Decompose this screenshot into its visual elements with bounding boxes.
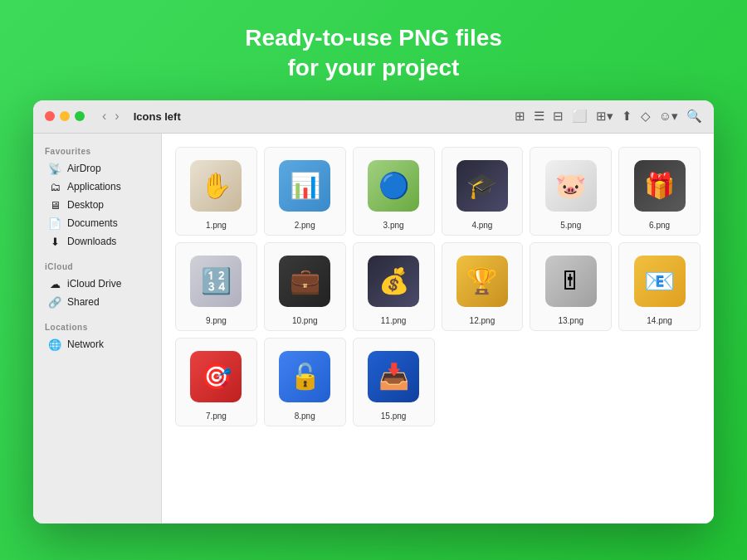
file-thumb-13: 🎚 <box>541 251 601 311</box>
file-thumb-4: 🎓 <box>452 156 512 216</box>
sidebar-item-applications[interactable]: 🗂 Applications <box>37 178 158 196</box>
file-item-9[interactable]: 🔢9.png <box>175 242 257 331</box>
file-thumb-5: 🐷 <box>541 156 601 216</box>
hero-line1: Ready-to-use PNG files <box>245 25 502 51</box>
file-thumb-1: ✋ <box>186 156 246 216</box>
file-icon-13: 🎚 <box>545 256 597 307</box>
finder-window: ‹ › Icons left ⊞ ☰ ⊟ ⬜ ⊞▾ ⬆ ◇ ☺▾ 🔍 Favou… <box>33 100 714 523</box>
file-item-10[interactable]: 💼10.png <box>264 242 346 331</box>
documents-label: Documents <box>67 217 118 229</box>
file-item-12[interactable]: 🏆12.png <box>442 242 524 331</box>
sidebar-section-icloud: iCloud ☁ iCloud Drive 🔗 Shared <box>33 259 161 311</box>
file-name-3: 3.png <box>383 221 404 230</box>
airdrop-label: AirDrop <box>67 163 101 174</box>
desktop-label: Desktop <box>67 199 104 211</box>
sidebar-item-downloads[interactable]: ⬇ Downloads <box>37 233 158 251</box>
file-name-10: 10.png <box>292 316 318 325</box>
file-grid: ✋1.png📊2.png🔵3.png🎓4.png🐷5.png🎁6.png🔢9.p… <box>175 147 701 426</box>
view-gallery-icon[interactable]: ⬜ <box>572 109 588 124</box>
traffic-lights <box>45 111 85 121</box>
icloud-drive-label: iCloud Drive <box>67 278 121 290</box>
sidebar-item-desktop[interactable]: 🖥 Desktop <box>37 197 158 214</box>
shared-label: Shared <box>67 296 100 308</box>
sidebar-section-label-favourites: Favourites <box>33 144 161 159</box>
minimize-button[interactable] <box>60 111 70 121</box>
file-name-8: 8.png <box>295 411 315 421</box>
file-thumb-3: 🔵 <box>364 156 423 216</box>
sidebar-item-network[interactable]: 🌐 Network <box>37 336 158 353</box>
nav-arrows: ‹ › <box>100 109 122 124</box>
sidebar-item-shared[interactable]: 🔗 Shared <box>37 294 158 311</box>
file-icon-8: 🔓 <box>279 351 330 402</box>
file-item-6[interactable]: 🎁6.png <box>618 147 701 236</box>
group-icon[interactable]: ⊞▾ <box>596 109 613 124</box>
file-icon-14: 📧 <box>634 256 686 307</box>
file-name-13: 13.png <box>558 316 583 325</box>
file-name-14: 14.png <box>647 316 672 325</box>
file-thumb-7: 🎯 <box>186 347 246 407</box>
close-button[interactable] <box>45 111 55 121</box>
file-item-13[interactable]: 🎚13.png <box>530 242 612 331</box>
file-item-8[interactable]: 🔓8.png <box>264 338 346 426</box>
file-icon-12: 🏆 <box>456 256 508 307</box>
file-thumb-9: 🔢 <box>186 251 246 311</box>
applications-icon: 🗂 <box>48 181 61 193</box>
network-icon: 🌐 <box>48 338 61 351</box>
file-name-2: 2.png <box>295 221 315 230</box>
file-name-12: 12.png <box>470 316 496 325</box>
file-item-3[interactable]: 🔵3.png <box>353 147 435 236</box>
emoji-icon[interactable]: ☺▾ <box>659 109 678 124</box>
file-name-5: 5.png <box>560 221 581 230</box>
file-name-11: 11.png <box>381 316 407 325</box>
file-name-1: 1.png <box>206 221 227 230</box>
file-item-7[interactable]: 🎯7.png <box>175 338 257 426</box>
view-column-icon[interactable]: ⊟ <box>553 109 564 124</box>
forward-button[interactable]: › <box>112 109 121 124</box>
view-grid-icon[interactable]: ⊞ <box>515 109 525 124</box>
file-icon-10: 💼 <box>279 256 330 307</box>
search-icon[interactable]: 🔍 <box>686 109 702 124</box>
file-item-2[interactable]: 📊2.png <box>264 147 346 236</box>
file-item-14[interactable]: 📧14.png <box>618 242 701 331</box>
file-thumb-6: 🎁 <box>630 156 690 216</box>
file-item-15[interactable]: 📥15.png <box>353 338 435 426</box>
file-item-1[interactable]: ✋1.png <box>175 147 257 236</box>
sidebar-section-label-icloud: iCloud <box>33 259 161 275</box>
hero-section: Ready-to-use PNG files for your project <box>245 0 502 100</box>
view-list-icon[interactable]: ☰ <box>534 109 544 124</box>
file-icon-11: 💰 <box>368 256 419 307</box>
icloud-drive-icon: ☁ <box>48 278 61 290</box>
shared-icon: 🔗 <box>48 296 61 309</box>
sidebar-item-icloud-drive[interactable]: ☁ iCloud Drive <box>37 275 158 293</box>
documents-icon: 📄 <box>48 217 61 230</box>
file-icon-2: 📊 <box>279 160 330 212</box>
sidebar-section-favourites: Favourites 📡 AirDrop 🗂 Applications 🖥 De… <box>33 144 161 251</box>
sidebar-item-documents[interactable]: 📄 Documents <box>37 215 158 232</box>
sidebar-item-airdrop[interactable]: 📡 AirDrop <box>37 160 158 178</box>
applications-label: Applications <box>67 181 121 192</box>
file-name-4: 4.png <box>471 221 492 230</box>
file-icon-9: 🔢 <box>190 256 242 307</box>
file-item-11[interactable]: 💰11.png <box>353 242 435 331</box>
file-name-6: 6.png <box>649 221 670 230</box>
file-thumb-12: 🏆 <box>452 251 512 311</box>
file-thumb-11: 💰 <box>364 251 423 311</box>
file-area: ✋1.png📊2.png🔵3.png🎓4.png🐷5.png🎁6.png🔢9.p… <box>162 134 714 523</box>
share-icon[interactable]: ⬆ <box>622 109 632 124</box>
airdrop-icon: 📡 <box>48 163 61 175</box>
maximize-button[interactable] <box>75 111 85 121</box>
downloads-label: Downloads <box>67 236 116 247</box>
file-icon-6: 🎁 <box>634 160 686 212</box>
title-bar: ‹ › Icons left ⊞ ☰ ⊟ ⬜ ⊞▾ ⬆ ◇ ☺▾ 🔍 <box>33 100 714 134</box>
file-icon-3: 🔵 <box>368 160 419 212</box>
file-icon-1: ✋ <box>190 160 242 212</box>
file-icon-4: 🎓 <box>456 160 508 212</box>
file-icon-15: 📥 <box>368 351 419 402</box>
back-button[interactable]: ‹ <box>100 109 109 124</box>
file-icon-7: 🎯 <box>190 351 242 402</box>
window-title: Icons left <box>134 110 181 123</box>
file-name-7: 7.png <box>206 411 227 421</box>
file-item-4[interactable]: 🎓4.png <box>442 147 524 236</box>
file-item-5[interactable]: 🐷5.png <box>530 147 612 236</box>
tag-icon[interactable]: ◇ <box>641 109 651 124</box>
